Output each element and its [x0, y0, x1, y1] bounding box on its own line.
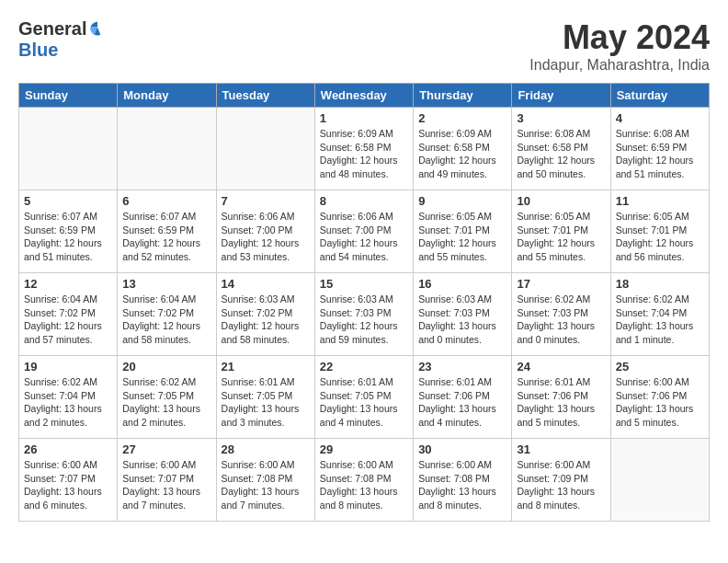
- day-info: Sunrise: 6:07 AM Sunset: 6:59 PM Dayligh…: [24, 210, 112, 264]
- header-saturday: Saturday: [610, 84, 709, 108]
- table-row: 20Sunrise: 6:02 AM Sunset: 7:05 PM Dayli…: [118, 356, 216, 439]
- table-row: 7Sunrise: 6:06 AM Sunset: 7:00 PM Daylig…: [216, 190, 314, 273]
- table-row: 4Sunrise: 6:08 AM Sunset: 6:59 PM Daylig…: [610, 108, 709, 190]
- day-number: 23: [418, 360, 506, 373]
- day-number: 8: [320, 194, 408, 208]
- day-number: 2: [418, 111, 506, 125]
- day-info: Sunrise: 6:00 AM Sunset: 7:06 PM Dayligh…: [616, 375, 704, 430]
- table-row: 24Sunrise: 6:01 AM Sunset: 7:06 PM Dayli…: [512, 356, 610, 439]
- table-row: 27Sunrise: 6:00 AM Sunset: 7:07 PM Dayli…: [118, 439, 216, 522]
- day-info: Sunrise: 6:00 AM Sunset: 7:09 PM Dayligh…: [517, 458, 605, 512]
- day-number: 29: [320, 442, 408, 456]
- table-row: 3Sunrise: 6:08 AM Sunset: 6:58 PM Daylig…: [512, 108, 610, 190]
- day-info: Sunrise: 6:06 AM Sunset: 7:00 PM Dayligh…: [222, 210, 310, 264]
- day-number: 21: [222, 360, 310, 373]
- day-number: 27: [122, 442, 210, 456]
- header-friday: Friday: [512, 84, 610, 108]
- table-row: [610, 439, 709, 522]
- table-row: 6Sunrise: 6:07 AM Sunset: 6:59 PM Daylig…: [118, 190, 216, 273]
- day-number: 30: [418, 442, 506, 456]
- day-info: Sunrise: 6:00 AM Sunset: 7:08 PM Dayligh…: [320, 458, 408, 512]
- table-row: 1Sunrise: 6:09 AM Sunset: 6:58 PM Daylig…: [314, 108, 413, 190]
- calendar-week-row: 5Sunrise: 6:07 AM Sunset: 6:59 PM Daylig…: [19, 190, 710, 273]
- table-row: 10Sunrise: 6:05 AM Sunset: 7:01 PM Dayli…: [512, 190, 610, 273]
- day-info: Sunrise: 6:01 AM Sunset: 7:06 PM Dayligh…: [418, 375, 506, 430]
- table-row: 15Sunrise: 6:03 AM Sunset: 7:03 PM Dayli…: [314, 273, 413, 356]
- day-info: Sunrise: 6:00 AM Sunset: 7:08 PM Dayligh…: [222, 458, 310, 512]
- calendar-week-row: 1Sunrise: 6:09 AM Sunset: 6:58 PM Daylig…: [19, 108, 710, 190]
- day-info: Sunrise: 6:02 AM Sunset: 7:04 PM Dayligh…: [616, 293, 704, 347]
- day-info: Sunrise: 6:05 AM Sunset: 7:01 PM Dayligh…: [418, 210, 506, 264]
- header-tuesday: Tuesday: [216, 84, 314, 108]
- table-row: 29Sunrise: 6:00 AM Sunset: 7:08 PM Dayli…: [314, 439, 413, 522]
- header-sunday: Sunday: [19, 84, 118, 108]
- calendar-week-row: 26Sunrise: 6:00 AM Sunset: 7:07 PM Dayli…: [19, 439, 710, 522]
- day-number: 12: [24, 277, 112, 291]
- day-number: 15: [320, 277, 408, 291]
- day-number: 22: [320, 360, 408, 373]
- page-header: General Blue May 2024 Indapur, Maharasht…: [18, 18, 710, 74]
- day-info: Sunrise: 6:01 AM Sunset: 7:05 PM Dayligh…: [320, 375, 408, 430]
- header-monday: Monday: [118, 84, 216, 108]
- table-row: [216, 108, 314, 190]
- table-row: 9Sunrise: 6:05 AM Sunset: 7:01 PM Daylig…: [414, 190, 512, 273]
- day-info: Sunrise: 6:09 AM Sunset: 6:58 PM Dayligh…: [418, 127, 506, 181]
- calendar-table: Sunday Monday Tuesday Wednesday Thursday…: [18, 83, 710, 522]
- day-info: Sunrise: 6:08 AM Sunset: 6:59 PM Dayligh…: [616, 127, 704, 181]
- day-number: 17: [517, 277, 605, 291]
- day-info: Sunrise: 6:02 AM Sunset: 7:04 PM Dayligh…: [24, 375, 112, 430]
- day-info: Sunrise: 6:07 AM Sunset: 6:59 PM Dayligh…: [122, 210, 210, 264]
- day-number: 24: [517, 360, 605, 373]
- day-number: 31: [517, 442, 605, 456]
- day-number: 19: [24, 360, 112, 373]
- day-info: Sunrise: 6:09 AM Sunset: 6:58 PM Dayligh…: [320, 127, 408, 181]
- day-number: 10: [517, 194, 605, 208]
- day-info: Sunrise: 6:03 AM Sunset: 7:02 PM Dayligh…: [222, 293, 310, 347]
- table-row: 16Sunrise: 6:03 AM Sunset: 7:03 PM Dayli…: [414, 273, 512, 356]
- day-number: 14: [222, 277, 310, 291]
- day-info: Sunrise: 6:00 AM Sunset: 7:07 PM Dayligh…: [122, 458, 210, 512]
- day-number: 20: [122, 360, 210, 373]
- table-row: 8Sunrise: 6:06 AM Sunset: 7:00 PM Daylig…: [314, 190, 413, 273]
- location: Indapur, Maharashtra, India: [529, 57, 710, 74]
- day-number: 9: [418, 194, 506, 208]
- day-number: 16: [418, 277, 506, 291]
- day-info: Sunrise: 6:03 AM Sunset: 7:03 PM Dayligh…: [418, 293, 506, 347]
- day-number: 1: [320, 111, 408, 125]
- day-number: 11: [616, 194, 704, 208]
- table-row: 18Sunrise: 6:02 AM Sunset: 7:04 PM Dayli…: [610, 273, 709, 356]
- day-number: 18: [616, 277, 704, 291]
- day-info: Sunrise: 6:05 AM Sunset: 7:01 PM Dayligh…: [517, 210, 605, 264]
- logo-blue-text: Blue: [18, 40, 58, 60]
- table-row: 30Sunrise: 6:00 AM Sunset: 7:08 PM Dayli…: [414, 439, 512, 522]
- table-row: 11Sunrise: 6:05 AM Sunset: 7:01 PM Dayli…: [610, 190, 709, 273]
- table-row: 5Sunrise: 6:07 AM Sunset: 6:59 PM Daylig…: [19, 190, 118, 273]
- day-info: Sunrise: 6:02 AM Sunset: 7:03 PM Dayligh…: [517, 293, 605, 347]
- header-wednesday: Wednesday: [314, 84, 413, 108]
- day-info: Sunrise: 6:05 AM Sunset: 7:01 PM Dayligh…: [616, 210, 704, 264]
- table-row: 31Sunrise: 6:00 AM Sunset: 7:09 PM Dayli…: [512, 439, 610, 522]
- table-row: 2Sunrise: 6:09 AM Sunset: 6:58 PM Daylig…: [414, 108, 512, 190]
- day-info: Sunrise: 6:02 AM Sunset: 7:05 PM Dayligh…: [122, 375, 210, 430]
- day-info: Sunrise: 6:00 AM Sunset: 7:07 PM Dayligh…: [24, 458, 112, 512]
- table-row: 17Sunrise: 6:02 AM Sunset: 7:03 PM Dayli…: [512, 273, 610, 356]
- table-row: 12Sunrise: 6:04 AM Sunset: 7:02 PM Dayli…: [19, 273, 118, 356]
- table-row: 28Sunrise: 6:00 AM Sunset: 7:08 PM Dayli…: [216, 439, 314, 522]
- table-row: 25Sunrise: 6:00 AM Sunset: 7:06 PM Dayli…: [610, 356, 709, 439]
- day-number: 26: [24, 442, 112, 456]
- logo: General Blue: [18, 18, 107, 61]
- header-thursday: Thursday: [414, 84, 512, 108]
- table-row: 19Sunrise: 6:02 AM Sunset: 7:04 PM Dayli…: [19, 356, 118, 439]
- day-number: 28: [222, 442, 310, 456]
- logo-icon: [88, 20, 107, 39]
- day-number: 5: [24, 194, 112, 208]
- day-info: Sunrise: 6:04 AM Sunset: 7:02 PM Dayligh…: [122, 293, 210, 347]
- day-info: Sunrise: 6:01 AM Sunset: 7:06 PM Dayligh…: [517, 375, 605, 430]
- table-row: 23Sunrise: 6:01 AM Sunset: 7:06 PM Dayli…: [414, 356, 512, 439]
- table-row: [19, 108, 118, 190]
- day-info: Sunrise: 6:03 AM Sunset: 7:03 PM Dayligh…: [320, 293, 408, 347]
- table-row: 22Sunrise: 6:01 AM Sunset: 7:05 PM Dayli…: [314, 356, 413, 439]
- month-title: May 2024: [529, 18, 710, 57]
- table-row: 21Sunrise: 6:01 AM Sunset: 7:05 PM Dayli…: [216, 356, 314, 439]
- day-info: Sunrise: 6:00 AM Sunset: 7:08 PM Dayligh…: [418, 458, 506, 512]
